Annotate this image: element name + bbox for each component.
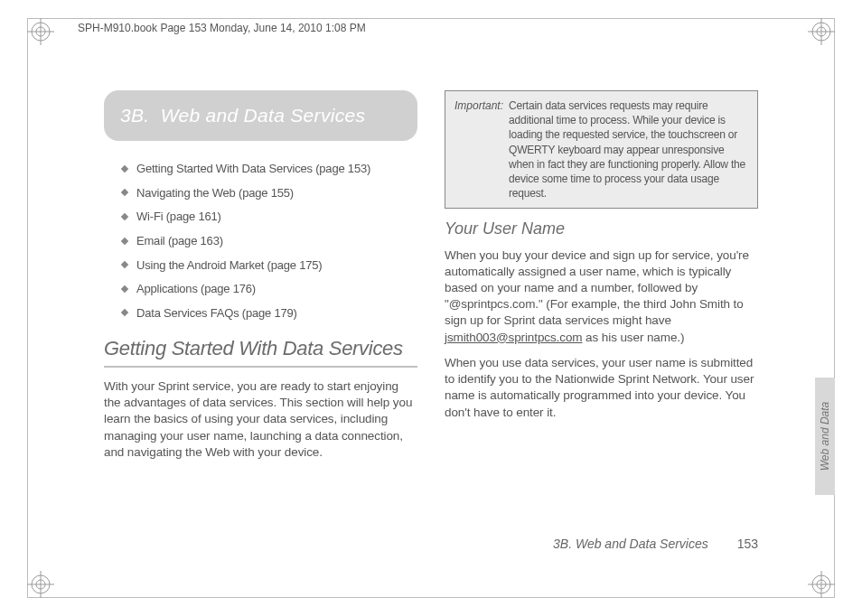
toc-item-label: Data Services FAQs (page 179) xyxy=(136,306,297,320)
section-rule xyxy=(104,366,417,368)
crop-mark-bottom-right xyxy=(808,571,835,598)
toc-item-label: Using the Android Market (page 175) xyxy=(136,258,322,272)
bullet-icon xyxy=(120,285,129,294)
toc-item-label: Getting Started With Data Services (page… xyxy=(136,162,370,175)
toc-item: Applications (page 176) xyxy=(120,281,417,297)
important-callout: Important: Certain data services request… xyxy=(445,90,758,209)
section-heading: Getting Started With Data Services xyxy=(104,335,417,362)
chapter-title: Web and Data Services xyxy=(161,105,366,126)
toc-item-label: Applications (page 176) xyxy=(136,282,256,295)
toc-item: Wi-Fi (page 161) xyxy=(120,209,417,225)
left-column: 3B. Web and Data Services Getting Starte… xyxy=(104,90,417,470)
right-column: Important: Certain data services request… xyxy=(445,90,758,470)
callout-label: Important: xyxy=(454,98,503,201)
body-paragraph: When you buy your device and sign up for… xyxy=(445,247,758,346)
page-number: 153 xyxy=(737,537,758,551)
page-content: 3B. Web and Data Services Getting Starte… xyxy=(104,90,758,470)
toc-item: Using the Android Market (page 175) xyxy=(120,257,417,274)
example-username-link: jsmith003@sprintpcs.com xyxy=(445,331,582,344)
body-paragraph: With your Sprint service, you are ready … xyxy=(104,378,417,461)
toc-item-label: Wi-Fi (page 161) xyxy=(136,210,221,223)
toc-item: Getting Started With Data Services (page… xyxy=(120,161,417,177)
paragraph-text: as his user name.) xyxy=(582,331,684,344)
chapter-number: 3B. xyxy=(120,105,149,126)
body-paragraph: When you use data services, your user na… xyxy=(445,355,758,421)
toc-item: Email (page 163) xyxy=(120,233,417,249)
toc-item: Data Services FAQs (page 179) xyxy=(120,305,417,322)
paragraph-text: When you buy your device and sign up for… xyxy=(445,248,749,328)
crop-header: SPH-M910.book Page 153 Monday, June 14, … xyxy=(74,22,370,34)
bullet-icon xyxy=(120,164,129,173)
bullet-icon xyxy=(120,212,129,221)
side-tab-label: Web and Data xyxy=(819,402,831,471)
crop-mark-bottom-left xyxy=(27,571,54,598)
bullet-icon xyxy=(120,237,129,246)
chapter-title-box: 3B. Web and Data Services xyxy=(104,90,417,141)
toc-list: Getting Started With Data Services (page… xyxy=(120,161,417,321)
bullet-icon xyxy=(120,188,129,197)
bullet-icon xyxy=(120,260,129,269)
footer-section: 3B. Web and Data Services xyxy=(553,537,708,551)
toc-item: Navigating the Web (page 155) xyxy=(120,185,417,201)
toc-item-label: Navigating the Web (page 155) xyxy=(136,186,294,200)
page-footer: 3B. Web and Data Services 153 xyxy=(553,537,758,551)
subsection-heading: Your User Name xyxy=(445,218,758,239)
crop-mark-top-right xyxy=(808,18,835,45)
side-tab: Web and Data xyxy=(815,378,835,495)
crop-mark-top-left xyxy=(27,18,54,45)
callout-body: Certain data services requests may requi… xyxy=(509,98,748,201)
bullet-icon xyxy=(120,308,129,317)
toc-item-label: Email (page 163) xyxy=(136,234,223,247)
